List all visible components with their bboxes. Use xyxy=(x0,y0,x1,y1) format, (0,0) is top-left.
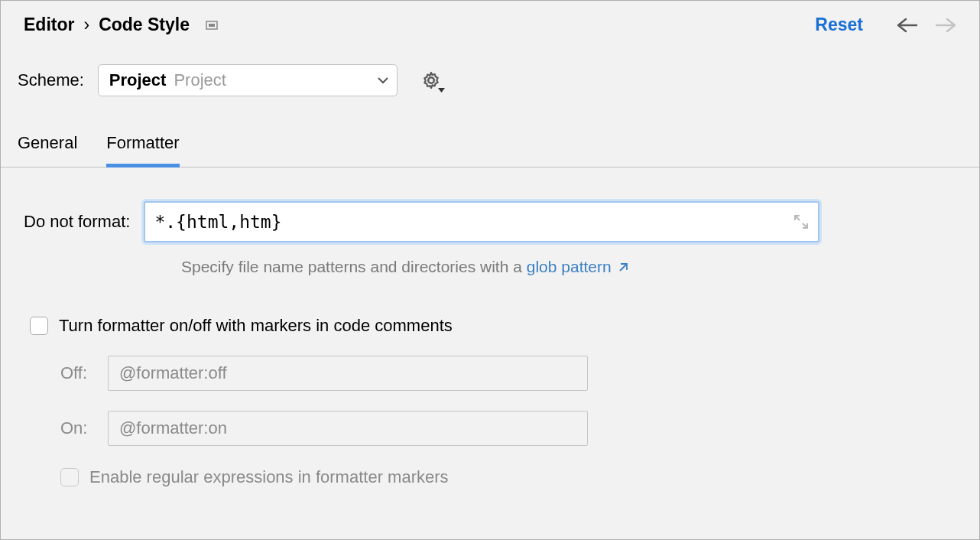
off-marker-label: Off: xyxy=(60,363,94,383)
breadcrumb-code-style: Code Style xyxy=(99,15,190,35)
header: Editor › Code Style Reset xyxy=(1,1,979,35)
tab-formatter[interactable]: Formatter xyxy=(106,133,179,168)
back-button[interactable] xyxy=(897,18,918,33)
svg-rect-1 xyxy=(209,24,215,27)
tabs: General Formatter xyxy=(1,96,979,168)
glob-pattern-link[interactable]: glob pattern xyxy=(527,258,628,275)
scheme-value-primary: Project xyxy=(109,70,167,90)
forward-button xyxy=(935,18,956,33)
content: Do not format: Specify file name pattern… xyxy=(1,168,979,487)
expand-icon[interactable] xyxy=(793,214,809,229)
scheme-value-secondary: Project xyxy=(174,70,226,90)
on-marker-label: On: xyxy=(60,418,94,438)
regex-checkbox xyxy=(60,468,79,486)
do-not-format-input[interactable] xyxy=(144,201,819,242)
off-marker-row: Off: xyxy=(60,356,956,391)
scheme-label: Scheme: xyxy=(18,70,84,90)
regex-checkbox-label: Enable regular expressions in formatter … xyxy=(89,467,449,487)
breadcrumb: Editor › Code Style xyxy=(24,15,219,35)
do-not-format-input-wrap xyxy=(144,201,819,242)
markers-checkbox[interactable] xyxy=(30,317,48,335)
show-in-project-icon[interactable] xyxy=(205,18,219,32)
off-marker-input xyxy=(108,356,588,391)
scheme-actions-button[interactable] xyxy=(420,70,442,91)
do-not-format-label: Do not format: xyxy=(24,212,130,232)
do-not-format-hint: Specify file name patterns and directori… xyxy=(181,258,956,276)
markers-checkbox-row: Turn formatter on/off with markers in co… xyxy=(30,316,956,336)
tab-general[interactable]: General xyxy=(18,133,77,168)
markers-checkbox-label[interactable]: Turn formatter on/off with markers in co… xyxy=(59,316,453,336)
on-marker-input xyxy=(108,411,588,446)
chevron-down-icon xyxy=(377,76,389,84)
breadcrumb-separator: › xyxy=(83,15,89,35)
breadcrumb-editor[interactable]: Editor xyxy=(24,15,74,35)
external-link-icon xyxy=(618,262,628,273)
on-marker-row: On: xyxy=(60,411,956,446)
scheme-row: Scheme: Project Project xyxy=(1,35,979,96)
reset-button[interactable]: Reset xyxy=(815,15,863,35)
do-not-format-row: Do not format: xyxy=(24,201,956,242)
settings-panel: Editor › Code Style Reset xyxy=(0,0,980,540)
regex-checkbox-row: Enable regular expressions in formatter … xyxy=(60,467,956,487)
nav-arrows xyxy=(897,18,956,33)
hint-text: Specify file name patterns and directori… xyxy=(181,258,527,275)
scheme-select[interactable]: Project Project xyxy=(98,64,398,96)
